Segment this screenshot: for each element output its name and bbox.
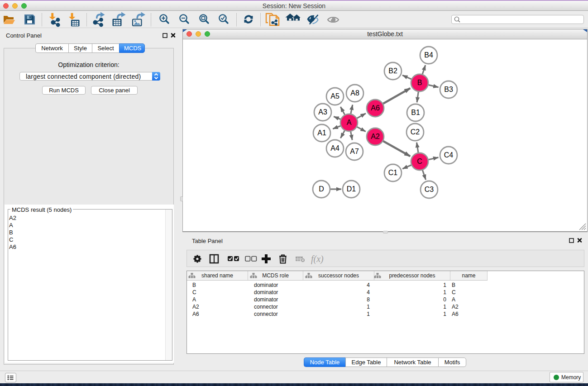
svg-text:C: C (417, 157, 422, 165)
svg-text:C1: C1 (388, 169, 398, 176)
svg-text:D: D (319, 185, 324, 193)
svg-text:B: B (417, 79, 422, 86)
svg-text:A6: A6 (371, 104, 380, 112)
svg-text:A: A (347, 119, 352, 126)
svg-text:C2: C2 (411, 128, 420, 136)
svg-text:A2: A2 (371, 133, 380, 140)
svg-text:B1: B1 (411, 109, 420, 116)
svg-text:A4: A4 (330, 144, 339, 152)
svg-text:f(x): f(x) (311, 254, 324, 264)
svg-text:A8: A8 (350, 89, 359, 97)
svg-text:B4: B4 (424, 51, 433, 59)
svg-text:B2: B2 (388, 67, 397, 75)
svg-text:A3: A3 (318, 108, 327, 116)
svg-text:A1: A1 (317, 129, 326, 137)
svg-text:C3: C3 (425, 186, 434, 193)
svg-text:B3: B3 (444, 86, 453, 93)
svg-text:A5: A5 (330, 92, 339, 100)
svg-text:A7: A7 (350, 148, 359, 155)
svg-text:D1: D1 (347, 185, 356, 193)
svg-text:C4: C4 (444, 151, 454, 159)
